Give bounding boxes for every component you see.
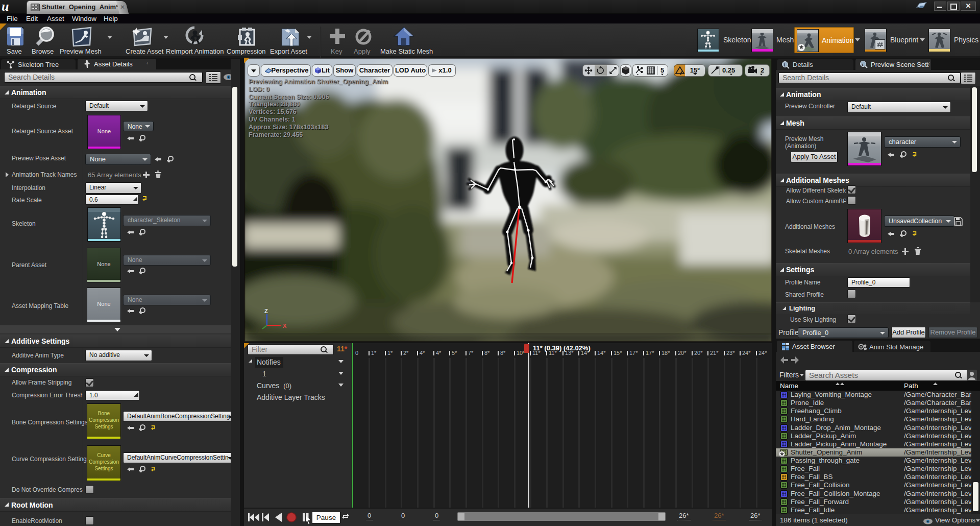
svg-text:0.25: 0.25 [722, 66, 735, 74]
svg-text:5: 5 [660, 66, 664, 74]
svg-text:2: 2 [761, 66, 764, 74]
svg-text:X: X [283, 323, 287, 329]
svg-text:Z: Z [264, 308, 268, 314]
